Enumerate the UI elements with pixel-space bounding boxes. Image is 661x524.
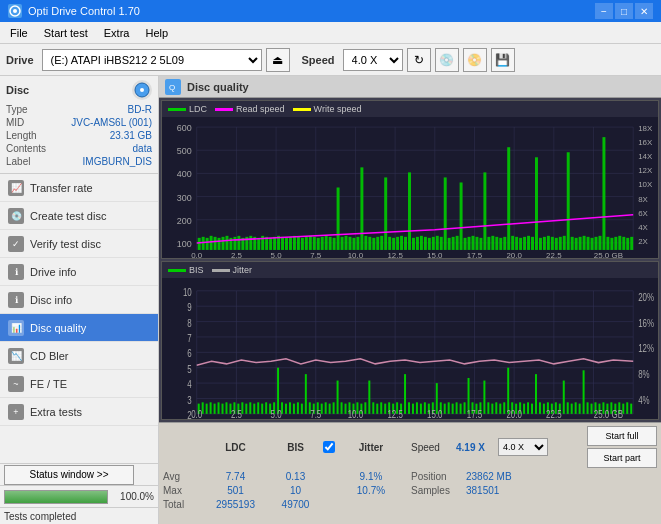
svg-rect-229 <box>380 402 382 414</box>
status-bar: Status window >> <box>0 463 158 485</box>
svg-rect-27 <box>206 238 209 250</box>
disc-icon[interactable] <box>132 80 152 100</box>
menu-extra[interactable]: Extra <box>98 25 136 41</box>
svg-text:0.0: 0.0 <box>191 409 202 419</box>
svg-text:10: 10 <box>183 287 192 298</box>
bottom-chart-svg-container: 10 9 8 7 6 5 4 3 2 20% 16% 12% 8% <box>162 278 658 419</box>
sidebar-item-verify-test-disc[interactable]: ✓ Verify test disc <box>0 230 158 258</box>
svg-rect-132 <box>622 237 625 250</box>
nav-fe-te-label: FE / TE <box>30 378 67 390</box>
start-full-button[interactable]: Start full <box>587 426 657 446</box>
eject-button[interactable]: ⏏ <box>266 48 290 72</box>
svg-text:2X: 2X <box>638 237 648 246</box>
create-disc-icon: 💿 <box>8 208 24 224</box>
svg-rect-103 <box>507 147 510 250</box>
svg-rect-259 <box>499 404 501 414</box>
svg-rect-51 <box>301 238 304 250</box>
svg-rect-249 <box>460 404 462 414</box>
svg-rect-245 <box>444 404 446 414</box>
svg-rect-208 <box>297 402 299 414</box>
svg-text:5.0: 5.0 <box>271 409 282 419</box>
svg-rect-277 <box>571 404 573 414</box>
sidebar-item-extra-tests[interactable]: + Extra tests <box>0 398 158 426</box>
write-speed-legend: Write speed <box>293 104 362 114</box>
drive-select[interactable]: (E:) ATAPI iHBS212 2 5L09 <box>42 49 262 71</box>
refresh-button[interactable]: ↻ <box>407 48 431 72</box>
minimize-button[interactable]: − <box>595 3 613 19</box>
sidebar-item-drive-info[interactable]: ℹ Drive info <box>0 258 158 286</box>
svg-rect-76 <box>400 236 403 250</box>
disc-write-button[interactable]: 📀 <box>463 48 487 72</box>
close-button[interactable]: ✕ <box>635 3 653 19</box>
sidebar-item-disc-quality[interactable]: 📊 Disc quality <box>0 314 158 342</box>
svg-rect-104 <box>511 236 514 250</box>
samples-value: 381501 <box>466 485 499 496</box>
speed-select[interactable]: 4.0 X <box>343 49 403 71</box>
svg-rect-93 <box>468 237 471 250</box>
sidebar-item-create-test-disc[interactable]: 💿 Create test disc <box>0 202 158 230</box>
sidebar-item-cd-bler[interactable]: 📉 CD Bler <box>0 342 158 370</box>
sidebar-item-disc-info[interactable]: ℹ Disc info <box>0 286 158 314</box>
svg-text:20.0: 20.0 <box>506 409 521 419</box>
svg-rect-95 <box>475 237 478 250</box>
svg-text:200: 200 <box>177 216 192 226</box>
svg-rect-49 <box>293 236 296 250</box>
svg-rect-199 <box>261 404 263 414</box>
menu-start-test[interactable]: Start test <box>38 25 94 41</box>
svg-text:10.0: 10.0 <box>348 251 364 258</box>
svg-rect-78 <box>408 172 411 250</box>
svg-rect-187 <box>214 404 216 414</box>
svg-rect-131 <box>618 236 621 250</box>
menu-help[interactable]: Help <box>139 25 174 41</box>
menu-file[interactable]: File <box>4 25 34 41</box>
svg-text:100: 100 <box>177 239 192 249</box>
svg-text:25.0 GB: 25.0 GB <box>594 409 623 419</box>
disc-mid-row: MID JVC-AMS6L (001) <box>6 117 152 128</box>
svg-rect-46 <box>281 237 284 250</box>
disc-header: Disc <box>6 80 152 100</box>
svg-rect-189 <box>222 404 224 414</box>
jitter-legend-label: Jitter <box>233 265 253 275</box>
svg-rect-198 <box>257 402 259 414</box>
svg-text:10.0: 10.0 <box>348 409 363 419</box>
svg-rect-54 <box>313 237 316 250</box>
bis-legend-label: BIS <box>189 265 204 275</box>
samples-label: Samples <box>411 485 466 496</box>
svg-text:400: 400 <box>177 169 192 179</box>
speed-select-stats[interactable]: 4.0 X <box>498 438 548 456</box>
svg-rect-206 <box>289 402 291 414</box>
disc-length-label: Length <box>6 130 37 141</box>
save-button[interactable]: 💾 <box>491 48 515 72</box>
svg-rect-217 <box>333 402 335 414</box>
status-text-bar: Tests completed <box>0 507 158 524</box>
sidebar-item-fe-te[interactable]: ~ FE / TE <box>0 370 158 398</box>
jitter-checkbox[interactable] <box>323 441 335 453</box>
svg-text:5.0: 5.0 <box>271 251 283 258</box>
svg-rect-92 <box>464 238 467 250</box>
status-text: Tests completed <box>4 511 76 522</box>
svg-text:500: 500 <box>177 146 192 156</box>
svg-rect-94 <box>472 236 475 250</box>
disc-label-label: Label <box>6 156 30 167</box>
disc-read-button[interactable]: 💿 <box>435 48 459 72</box>
svg-rect-269 <box>539 402 541 414</box>
svg-rect-226 <box>368 381 370 414</box>
svg-rect-28 <box>210 236 213 250</box>
titlebar: Opti Drive Control 1.70 − □ ✕ <box>0 0 661 22</box>
nav-items: 📈 Transfer rate 💿 Create test disc ✓ Ver… <box>0 174 158 463</box>
status-window-button[interactable]: Status window >> <box>4 465 134 485</box>
svg-text:2.5: 2.5 <box>231 251 243 258</box>
top-chart-svg-container: 600 500 400 300 200 100 18X 16X 14X 12X … <box>162 117 658 258</box>
svg-text:15.0: 15.0 <box>427 409 442 419</box>
svg-rect-127 <box>602 137 605 250</box>
start-part-button[interactable]: Start part <box>587 448 657 468</box>
maximize-button[interactable]: □ <box>615 3 633 19</box>
nav-transfer-rate-label: Transfer rate <box>30 182 93 194</box>
svg-rect-280 <box>583 370 585 414</box>
svg-rect-121 <box>579 237 582 250</box>
svg-rect-98 <box>487 237 490 250</box>
sidebar-item-transfer-rate[interactable]: 📈 Transfer rate <box>0 174 158 202</box>
svg-text:20%: 20% <box>638 292 654 303</box>
ldc-legend: LDC <box>168 104 207 114</box>
svg-text:4X: 4X <box>638 223 648 232</box>
